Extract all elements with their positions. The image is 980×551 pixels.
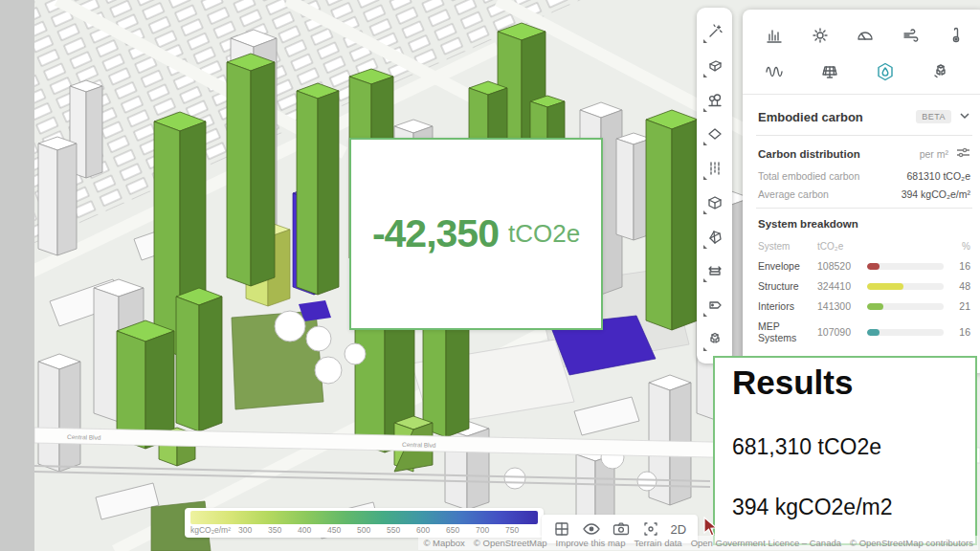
chevron-down-icon[interactable] [959, 108, 970, 125]
2d-mode-button[interactable]: 2D [671, 522, 687, 537]
row-name: Interiors [758, 300, 817, 312]
building-block-icon[interactable] [702, 54, 727, 78]
sliders-icon[interactable] [956, 145, 970, 163]
row-pct: 48 [959, 280, 970, 292]
improve-map-link[interactable]: Improve this map [556, 538, 626, 548]
row-pct: 16 [959, 326, 970, 338]
row-value: 324410 [817, 280, 867, 292]
per-m2-label: per m² [920, 148, 948, 160]
results-title: Results [732, 364, 975, 402]
legend-tick: 600 [416, 525, 446, 535]
system-breakdown-title: System breakdown [758, 218, 970, 230]
vegetation-trees-icon[interactable] [702, 88, 727, 113]
attr-contributors: © OpenStreetMap contributors [850, 538, 973, 548]
table-row: Envelope 108520 16 [758, 260, 970, 272]
row-name: MEP Systems [758, 320, 817, 343]
bar-fill [867, 303, 883, 310]
table-row: MEP Systems 107090 16 [758, 320, 970, 343]
row-name: Structure [758, 280, 817, 292]
embodied-carbon-panel: Embodied carbon BETA Carbon distribution… [743, 10, 980, 373]
left-toolbar [697, 8, 732, 364]
bar-track [867, 283, 944, 290]
bar-fill [867, 329, 880, 336]
results-total: 681,310 tCO2e [732, 434, 975, 460]
row-value: 141300 [817, 300, 867, 312]
carbon-legend: kgCO₂e/m² 300 350 400 450 500 550 600 65… [185, 508, 544, 538]
bar-fill [867, 283, 903, 290]
terrain-polyhedron-icon[interactable] [702, 225, 727, 250]
road-lines-icon[interactable] [702, 156, 727, 181]
attr-terrain: Terrain data [634, 538, 681, 548]
carbon-distribution-label: Carbon distribution [758, 148, 920, 160]
total-embodied-carbon-row: Total embodied carbon 681310 tCO₂e [758, 170, 970, 182]
bar-track [867, 329, 944, 336]
analysis-icon-grid [743, 10, 980, 95]
results-box: Results 681,310 tCO2e 394 kgCO2e/m2 [713, 356, 977, 545]
bar-fill [867, 263, 880, 270]
statistics-icon[interactable] [758, 19, 791, 52]
blocks-cluster-icon[interactable] [702, 327, 727, 352]
legend-tick: 750 [505, 525, 535, 535]
row-pct: 16 [959, 260, 970, 272]
legend-gradient-bar [190, 511, 538, 524]
legend-tick: 300 [238, 525, 268, 535]
app-window: Central Blvd Central Blvd [0, 0, 980, 551]
parcel-plane-icon[interactable] [702, 121, 727, 146]
average-carbon-row: Average carbon 394 kgCO₂e/m² [758, 188, 970, 200]
massing-blocks-icon[interactable] [924, 55, 957, 88]
sun-icon[interactable] [804, 19, 836, 52]
results-average: 394 kgCO2e/m2 [732, 495, 975, 520]
mouse-cursor [703, 517, 719, 538]
attr-osm: © OpenStreetMap [474, 538, 547, 548]
solar-panel-icon[interactable] [813, 55, 846, 88]
stat-value: 681310 tCO₂e [906, 170, 970, 182]
beta-badge: BETA [916, 110, 951, 123]
legend-tick: 650 [446, 525, 476, 535]
legend-unit: kgCO₂e/m² [190, 525, 238, 535]
table-row: Structure 324410 48 [758, 280, 970, 292]
legend-tick: 550 [387, 525, 416, 535]
legend-tick: 450 [327, 525, 357, 535]
street-label: Central Blvd [402, 441, 436, 449]
row-value: 107090 [817, 326, 867, 338]
legend-tick: 400 [298, 525, 327, 535]
embodied-carbon-drop-icon[interactable] [869, 55, 902, 88]
legend-tick: 500 [357, 525, 387, 535]
label-tag-icon[interactable] [702, 293, 727, 318]
bar-track [867, 263, 944, 270]
stat-label: Total embodied carbon [758, 170, 906, 182]
row-value: 108520 [817, 260, 867, 272]
panel-title: Embodied carbon [758, 110, 916, 124]
table-row: Interiors 141300 21 [758, 300, 970, 312]
map-attribution: © Mapbox © OpenStreetMap Improve this ma… [418, 536, 978, 550]
ai-wand-icon[interactable] [702, 19, 727, 44]
left-gray-band [0, 0, 34, 551]
row-pct: 21 [959, 300, 970, 312]
measure-arrows-icon[interactable] [702, 258, 727, 283]
noise-wave-icon[interactable] [758, 55, 791, 88]
street-label: Central Blvd [67, 433, 101, 441]
row-name: Envelope [758, 260, 817, 272]
col-tco2e: tCO₂e [817, 241, 867, 252]
wind-icon[interactable] [895, 19, 927, 52]
legend-tick: 700 [476, 525, 505, 535]
carbon-delta-value: -42,350 [372, 211, 499, 256]
legend-tick: 350 [268, 525, 298, 535]
carbon-delta-card: -42,350 tCO2e [349, 138, 603, 330]
attr-mapbox: © Mapbox [423, 538, 464, 548]
carbon-delta-unit: tCO2e [508, 219, 580, 249]
col-pct: % [962, 241, 970, 252]
breakdown-header: System tCO₂e % [758, 241, 970, 252]
sun-hours-dome-icon[interactable] [849, 19, 881, 52]
col-system: System [758, 241, 817, 252]
attr-licence: Open Government Licence – Canada [691, 538, 841, 548]
stat-label: Average carbon [758, 188, 902, 200]
stat-value: 394 kgCO₂e/m² [902, 188, 970, 200]
volume-cube-icon[interactable] [702, 190, 727, 215]
bar-track [867, 303, 944, 310]
thermometer-icon[interactable] [940, 19, 972, 52]
